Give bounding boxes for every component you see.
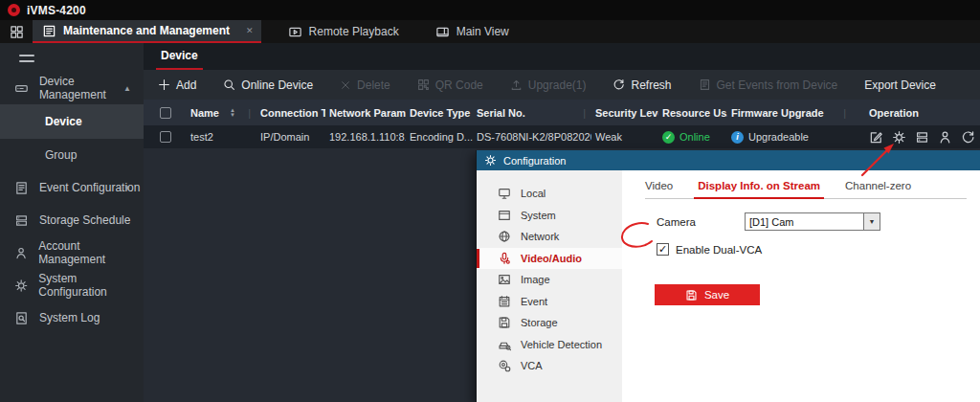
page-tab-device[interactable]: Device bbox=[156, 43, 203, 70]
dialog-titlebar[interactable]: Configuration bbox=[477, 150, 980, 170]
nav-label: System bbox=[521, 210, 556, 221]
column-header-connection-type[interactable]: Connection T... bbox=[260, 107, 325, 119]
main-tabbar: Maintenance and Management ✕ Remote Play… bbox=[0, 20, 980, 43]
column-header-resource-usage[interactable]: Resource Us... bbox=[662, 107, 727, 119]
column-separator: | bbox=[843, 107, 852, 119]
add-button[interactable]: Add bbox=[158, 78, 196, 92]
row-checkbox[interactable] bbox=[160, 131, 171, 143]
save-floppy-icon bbox=[685, 289, 698, 302]
page-tab-strip: Device bbox=[144, 43, 980, 70]
tab-display-info-on-stream[interactable]: Display Info. on Stream bbox=[698, 180, 820, 191]
tab-video[interactable]: Video bbox=[645, 180, 673, 191]
account-management-icon bbox=[14, 246, 28, 260]
module-grid-button[interactable] bbox=[0, 20, 33, 43]
image-icon bbox=[498, 273, 511, 286]
button-label: Upgrade(1) bbox=[528, 78, 587, 92]
maintenance-icon bbox=[42, 24, 56, 38]
button-label: Get Events from Device bbox=[717, 78, 838, 92]
operation-buttons bbox=[869, 130, 975, 145]
collapse-sidebar-button[interactable] bbox=[19, 55, 34, 62]
info-icon: i bbox=[731, 131, 744, 144]
table-header: Name ▲▼ | Connection T...| Network Param… bbox=[144, 100, 980, 125]
dialog-nav-image[interactable]: Image bbox=[477, 269, 622, 291]
network-globe-icon bbox=[498, 230, 511, 243]
app-title: iVMS-4200 bbox=[27, 4, 86, 17]
column-header-name[interactable]: Name bbox=[190, 107, 219, 119]
tab-channel-zero[interactable]: Channel-zero bbox=[845, 180, 911, 191]
search-icon bbox=[223, 78, 235, 91]
device-toolbar: Add Online Device Delete QR Code Upgrade… bbox=[144, 70, 980, 100]
get-events-button[interactable]: Get Events from Device bbox=[699, 78, 838, 92]
save-button[interactable]: Save bbox=[655, 284, 760, 305]
configuration-dialog: Configuration Local System Network V bbox=[476, 150, 980, 402]
column-header-network-parameters[interactable]: Network Param... bbox=[329, 107, 406, 119]
column-header-firmware-upgrade[interactable]: Firmware Upgrade bbox=[731, 107, 824, 119]
button-label: Refresh bbox=[631, 78, 671, 92]
sidebar-item-system-configuration[interactable]: System Configuration bbox=[0, 269, 144, 302]
dialog-nav-event[interactable]: Event bbox=[477, 291, 622, 313]
connection-type: IP/Domain bbox=[260, 131, 309, 143]
system-window-icon bbox=[498, 209, 511, 222]
refresh-button[interactable]: Refresh bbox=[612, 78, 671, 92]
refresh-device-icon[interactable] bbox=[961, 130, 975, 145]
tab-maintenance-and-management[interactable]: Maintenance and Management ✕ bbox=[33, 20, 261, 43]
dialog-nav-storage[interactable]: Storage bbox=[477, 312, 622, 334]
app-window: iVMS-4200 Maintenance and Management ✕ R… bbox=[0, 0, 980, 402]
sidebar-item-event-configuration[interactable]: Event Configuration ▼ bbox=[0, 171, 144, 204]
close-tab-icon[interactable]: ✕ bbox=[246, 26, 254, 35]
dialog-nav-video-audio[interactable]: Video/Audio bbox=[477, 248, 622, 270]
sidebar-item-label: Account Management bbox=[38, 239, 144, 266]
event-configuration-icon bbox=[14, 181, 29, 195]
main-view-icon bbox=[435, 25, 450, 39]
device-user-icon[interactable] bbox=[938, 130, 952, 145]
table-row[interactable]: test2 IP/Domain 192.168.1.110:8... Encod… bbox=[144, 125, 980, 148]
column-header-security-level[interactable]: Security Level bbox=[595, 107, 658, 119]
vehicle-detection-icon bbox=[498, 338, 511, 351]
remote-configuration-gear-icon[interactable] bbox=[892, 130, 906, 145]
chevron-down-icon[interactable]: ▼ bbox=[863, 213, 880, 230]
tab-label: Remote Playback bbox=[309, 25, 399, 38]
sidebar-item-group[interactable]: Group bbox=[0, 139, 144, 171]
dialog-nav: Local System Network Video/Audio Image bbox=[477, 170, 622, 402]
local-monitor-icon bbox=[498, 187, 511, 200]
export-device-button[interactable]: Export Device bbox=[864, 78, 936, 92]
left-sidebar: Device Management ▲ Device Group Event C… bbox=[0, 43, 144, 402]
sidebar-item-account-management[interactable]: Account Management bbox=[0, 236, 144, 269]
firmware-upgrade-status: Upgradeable bbox=[748, 131, 809, 143]
upgrade-button[interactable]: Upgrade(1) bbox=[510, 78, 587, 92]
dialog-nav-vehicle-detection[interactable]: Vehicle Detection bbox=[477, 334, 622, 356]
dialog-nav-vca[interactable]: VCA bbox=[477, 355, 622, 377]
sort-icon[interactable]: ▲▼ bbox=[230, 108, 235, 118]
dialog-nav-local[interactable]: Local bbox=[477, 183, 622, 205]
camera-selected-value: [D1] Cam bbox=[746, 216, 863, 228]
tab-label: Maintenance and Management bbox=[63, 24, 230, 37]
qr-code-button[interactable]: QR Code bbox=[417, 78, 483, 92]
nav-label: Storage bbox=[521, 317, 558, 328]
device-status-icon[interactable] bbox=[915, 130, 929, 145]
column-header-device-type[interactable]: Device Type bbox=[410, 107, 470, 119]
sidebar-item-device[interactable]: Device bbox=[0, 104, 144, 139]
sidebar-item-label: System Configuration bbox=[38, 272, 144, 299]
sidebar-item-storage-schedule[interactable]: Storage Schedule bbox=[0, 204, 144, 236]
refresh-icon bbox=[612, 78, 625, 91]
configuration-gear-icon bbox=[484, 154, 497, 167]
camera-select[interactable]: [D1] Cam ▼ bbox=[745, 212, 880, 231]
dialog-nav-system[interactable]: System bbox=[477, 205, 622, 227]
microphone-icon bbox=[498, 252, 511, 265]
dialog-nav-network[interactable]: Network bbox=[477, 226, 622, 248]
nav-label: Local bbox=[521, 188, 546, 199]
sidebar-item-system-log[interactable]: System Log bbox=[0, 302, 144, 334]
tab-main-view[interactable]: Main View bbox=[426, 20, 519, 43]
select-all-checkbox[interactable] bbox=[160, 107, 171, 119]
edit-device-icon[interactable] bbox=[869, 130, 883, 145]
online-device-button[interactable]: Online Device bbox=[223, 78, 313, 92]
enable-dual-vca-checkbox[interactable] bbox=[657, 243, 669, 256]
sidebar-item-label: Storage Schedule bbox=[39, 213, 130, 227]
nav-label: Video/Audio bbox=[521, 253, 582, 264]
column-header-serial-no[interactable]: Serial No. bbox=[477, 107, 525, 119]
dialog-content: Video Display Info. on Stream Channel-ze… bbox=[622, 170, 980, 402]
tab-label: Main View bbox=[457, 25, 509, 38]
tab-remote-playback[interactable]: Remote Playback bbox=[278, 20, 409, 43]
sidebar-item-device-management[interactable]: Device Management ▲ bbox=[0, 72, 144, 104]
delete-button[interactable]: Delete bbox=[340, 78, 390, 92]
